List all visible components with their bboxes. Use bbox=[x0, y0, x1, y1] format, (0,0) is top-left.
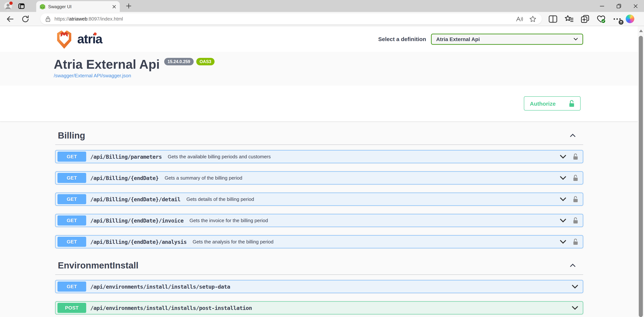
url-text[interactable]: https://atriaweb:8097/index.html bbox=[54, 16, 123, 22]
browser-essentials-icon[interactable] bbox=[596, 14, 606, 23]
swagger-page: atria Select a definition Atria External… bbox=[0, 26, 644, 317]
chevron-down-icon[interactable] bbox=[560, 176, 566, 180]
operation-description: Gets the available billing periods and c… bbox=[168, 154, 271, 159]
operation-path: /api/environments/install/installs/post-… bbox=[90, 305, 252, 311]
window-controls bbox=[594, 0, 644, 12]
profile-avatar[interactable] bbox=[4, 2, 12, 11]
settings-more-icon[interactable] bbox=[612, 14, 622, 23]
authorize-label: Authorize bbox=[530, 100, 556, 107]
favorites-icon[interactable] bbox=[564, 14, 574, 23]
operation-description: Gets a summary of the billing period bbox=[165, 175, 242, 181]
atria-logo: atria bbox=[54, 29, 102, 49]
operation-path: /api/environments/install/installs/setup… bbox=[90, 283, 230, 289]
operation-path: /api/Billing/{endDate}/analysis bbox=[90, 239, 186, 245]
auth-lock-icon[interactable] bbox=[573, 238, 578, 245]
method-badge: GET bbox=[58, 152, 86, 162]
restore-button[interactable] bbox=[610, 0, 627, 12]
screen: {..} Swagger UI bbox=[0, 0, 644, 317]
section-header-billing[interactable]: Billing bbox=[55, 127, 583, 145]
read-aloud-icon[interactable] bbox=[516, 15, 523, 23]
refresh-icon[interactable] bbox=[21, 15, 30, 23]
tab-actions-menu-icon[interactable] bbox=[18, 3, 25, 9]
notification-dot bbox=[9, 1, 13, 5]
tab-close-icon[interactable] bbox=[112, 4, 116, 9]
url-host: atriaweb bbox=[69, 16, 87, 22]
unlock-icon bbox=[569, 100, 574, 107]
method-badge: GET bbox=[58, 194, 86, 204]
url-scheme: https:// bbox=[54, 16, 69, 22]
operations-list: Billing GET /api/Billing/parameters Gets… bbox=[0, 127, 644, 314]
operation-path: /api/Billing/{endDate}/invoice bbox=[90, 217, 184, 223]
operation-description: Gets the invoice for the billing period bbox=[190, 218, 268, 223]
section-title: Billing bbox=[55, 130, 85, 141]
api-title: Atria External Api bbox=[54, 58, 160, 71]
operation-row[interactable]: GET /api/Billing/parameters Gets the ava… bbox=[55, 150, 583, 163]
operation-row[interactable]: GET /api/Billing/{endDate}/detail Gets d… bbox=[55, 193, 583, 206]
operation-description: Gets details of the billing period bbox=[186, 196, 254, 202]
method-badge: POST bbox=[58, 303, 86, 313]
operation-path: /api/Billing/{endDate} bbox=[90, 175, 159, 181]
chevron-down-icon bbox=[574, 38, 578, 41]
scroll-up-arrow-icon[interactable] bbox=[639, 30, 643, 32]
spec-link[interactable]: /swagger/External API/swagger.json bbox=[54, 73, 131, 78]
operation-row[interactable]: POST /api/environments/install/installs/… bbox=[55, 301, 583, 314]
operation-row[interactable]: GET /api/Billing/{endDate}/invoice Gets … bbox=[55, 214, 583, 227]
chevron-down-icon[interactable] bbox=[560, 240, 566, 244]
chevron-down-icon[interactable] bbox=[560, 218, 566, 222]
chevron-up-icon[interactable] bbox=[570, 264, 576, 267]
new-tab-icon[interactable] bbox=[125, 3, 132, 9]
auth-lock-icon[interactable] bbox=[573, 174, 578, 181]
operation-row[interactable]: GET /api/environments/install/installs/s… bbox=[55, 280, 583, 293]
minimize-button[interactable] bbox=[594, 0, 610, 12]
select-definition-label: Select a definition bbox=[378, 36, 426, 42]
version-badge: 15.24.0.259 bbox=[164, 58, 194, 65]
favorite-star-icon[interactable] bbox=[529, 15, 536, 23]
tab-title: Swagger UI bbox=[48, 4, 112, 9]
address-bar[interactable]: https://atriaweb:8097/index.html bbox=[40, 14, 542, 24]
page-scrollbar[interactable] bbox=[638, 26, 644, 317]
operation-row[interactable]: GET /api/Billing/{endDate} Gets a summar… bbox=[55, 171, 583, 184]
chevron-up-icon[interactable] bbox=[570, 134, 576, 137]
chevron-down-icon[interactable] bbox=[572, 284, 578, 289]
url-rest: :8097/index.html bbox=[87, 16, 123, 22]
copilot-icon[interactable] bbox=[626, 15, 634, 23]
method-badge: GET bbox=[58, 281, 86, 292]
logo-text: atria bbox=[77, 32, 102, 46]
operation-row[interactable]: GET /api/Billing/{endDate}/analysis Gets… bbox=[55, 235, 583, 248]
selected-definition: Atria External Api bbox=[436, 36, 574, 42]
authorize-button[interactable]: Authorize bbox=[524, 96, 580, 111]
swagger-favicon: {..} bbox=[40, 4, 45, 9]
auth-lock-icon[interactable] bbox=[573, 217, 578, 224]
operation-path: /api/Billing/parameters bbox=[90, 154, 162, 160]
back-icon[interactable] bbox=[6, 15, 14, 23]
operation-description: Gets the analysis for the billing period bbox=[192, 239, 274, 244]
browser-toolbar: https://atriaweb:8097/index.html bbox=[0, 12, 644, 26]
auth-lock-icon[interactable] bbox=[573, 196, 578, 203]
atria-shield-icon bbox=[54, 29, 74, 49]
chevron-down-icon[interactable] bbox=[572, 306, 578, 310]
auth-lock-icon[interactable] bbox=[573, 153, 578, 160]
chevron-down-icon[interactable] bbox=[560, 197, 566, 201]
definition-select[interactable]: Atria External Api bbox=[431, 34, 583, 45]
close-window-button[interactable] bbox=[627, 0, 644, 12]
operation-path: /api/Billing/{endDate}/detail bbox=[90, 196, 180, 202]
scrollbar-thumb[interactable] bbox=[639, 36, 643, 317]
section-header-environmentinstall[interactable]: EnvironmentInstall bbox=[55, 256, 583, 275]
method-badge: GET bbox=[58, 237, 86, 247]
definition-selector: Select a definition Atria External Api bbox=[378, 26, 583, 52]
https-lock-icon[interactable] bbox=[46, 16, 50, 22]
collections-icon[interactable] bbox=[580, 14, 590, 23]
site-header: atria Select a definition Atria External… bbox=[0, 26, 644, 52]
chevron-down-icon[interactable] bbox=[560, 155, 566, 159]
oas3-badge: OAS3 bbox=[196, 58, 215, 65]
browser-tab-strip: {..} Swagger UI bbox=[0, 0, 644, 12]
browser-tab[interactable]: {..} Swagger UI bbox=[36, 1, 120, 12]
section-title: EnvironmentInstall bbox=[55, 260, 138, 271]
svg-text:{..}: {..} bbox=[40, 5, 45, 9]
method-badge: GET bbox=[58, 173, 86, 183]
scheme-container: Authorize bbox=[0, 86, 644, 121]
api-info-section: Atria External Api 15.24.0.259 OAS3 /swa… bbox=[0, 52, 644, 86]
method-badge: GET bbox=[58, 215, 86, 225]
update-badge bbox=[619, 20, 624, 25]
split-screen-icon[interactable] bbox=[548, 14, 558, 23]
